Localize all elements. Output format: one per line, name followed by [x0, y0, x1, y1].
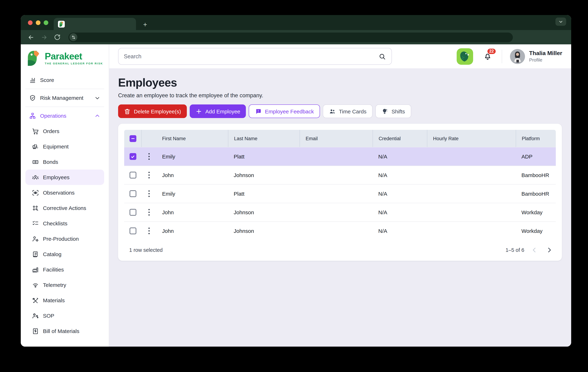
sidebar-item-telemetry[interactable]: Telemetry: [25, 277, 104, 293]
table-row[interactable]: John Johnson N/A Workday: [124, 203, 556, 221]
column-header-platform[interactable]: Platform: [516, 130, 556, 147]
row-menu-button[interactable]: [141, 185, 156, 203]
cell-email: [300, 147, 373, 165]
shifts-button[interactable]: Shifts: [375, 104, 411, 118]
table-row[interactable]: Emily Platt N/A ADP: [124, 147, 556, 165]
address-bar[interactable]: [68, 32, 513, 42]
row-checkbox[interactable]: [129, 209, 136, 216]
pagination: 1–5 of 6: [505, 245, 556, 255]
row-checkbox[interactable]: [129, 190, 136, 197]
sidebar-item-pre-production[interactable]: Pre-Production: [25, 231, 104, 247]
notification-badge: 22: [487, 49, 496, 54]
table-footer: 1 row selected 1–5 of 6: [124, 240, 556, 260]
cell-hourly-rate: [427, 222, 516, 240]
table-row[interactable]: John Johnson N/A BambooHR: [124, 165, 556, 184]
sidebar-item-checklists[interactable]: Checklists: [25, 216, 104, 231]
brand-text: Parakeet THE GENERAL LEDGER FOR RISK: [45, 52, 103, 65]
browser-tab[interactable]: [54, 18, 136, 30]
sidebar-item-label: Telemetry: [43, 282, 66, 288]
table-row[interactable]: John Johnson N/A Workday: [124, 221, 556, 240]
row-menu-button[interactable]: [141, 203, 156, 221]
column-header-email[interactable]: Email: [300, 130, 373, 147]
column-header-credential[interactable]: Credential: [373, 130, 427, 147]
row-checkbox[interactable]: [129, 153, 136, 160]
time-cards-button[interactable]: Time Cards: [323, 104, 373, 118]
maximize-window-button[interactable]: [44, 21, 48, 25]
sidebar-item-label: Pre-Production: [43, 236, 79, 242]
employee-feedback-label: Employee Feedback: [265, 108, 314, 114]
people-icon: [329, 108, 336, 115]
kebab-icon: [148, 171, 150, 179]
browser-toolbar: [21, 30, 571, 44]
list-checks-icon: [32, 220, 39, 227]
sidebar-item-employees[interactable]: Employees: [25, 170, 104, 185]
cell-last-name: Johnson: [228, 222, 300, 240]
user-role: Profile: [529, 57, 562, 62]
employee-feedback-button[interactable]: Employee Feedback: [249, 104, 320, 118]
sidebar-item-facilities[interactable]: Facilities: [25, 262, 104, 277]
cell-first-name: Emily: [156, 147, 228, 165]
table-row[interactable]: Emily Platt N/A BambooHR: [124, 184, 556, 203]
sidebar-item-corrective-actions[interactable]: Corrective Actions: [25, 200, 104, 216]
sidebar-item-equipment[interactable]: Equipment: [25, 139, 104, 154]
avatar[interactable]: [510, 49, 525, 64]
select-all-checkbox[interactable]: [129, 135, 136, 142]
sidebar-item-materials[interactable]: Materials: [25, 293, 104, 308]
add-employee-button[interactable]: Add Employee: [189, 104, 246, 118]
search-input[interactable]: [124, 53, 378, 60]
tab-search-chevron-button[interactable]: [556, 18, 566, 26]
row-menu-button[interactable]: [141, 166, 156, 184]
page-content: Employees Create an employee to track th…: [109, 68, 571, 347]
next-page-button[interactable]: [544, 245, 554, 255]
cell-last-name: Johnson: [228, 203, 300, 221]
sidebar-item-bonds[interactable]: Bonds: [25, 154, 104, 170]
screen: +: [0, 0, 588, 372]
reload-button[interactable]: [54, 34, 61, 41]
cell-hourly-rate: [427, 147, 516, 165]
profile-button[interactable]: Thalia Miller Profile: [529, 50, 562, 62]
cell-hourly-rate: [427, 166, 516, 184]
row-checkbox[interactable]: [129, 172, 136, 178]
cell-first-name: John: [156, 222, 228, 240]
action-bar: Delete Employee(s) Add Employee Employee…: [118, 104, 562, 118]
notifications-button[interactable]: 22: [483, 52, 492, 61]
forward-button[interactable]: [41, 34, 48, 41]
sidebar-item-bill-of-materials[interactable]: Bill of Materials: [25, 323, 104, 339]
bar-chart-icon: [29, 76, 36, 83]
delete-employees-button[interactable]: Delete Employee(s): [118, 104, 187, 118]
parakeet-app-icon[interactable]: [456, 48, 473, 65]
previous-page-button[interactable]: [529, 245, 539, 255]
kebab-icon: [148, 208, 150, 216]
forklift-icon: [32, 143, 39, 150]
column-header-hourly-rate[interactable]: Hourly Rate: [427, 130, 516, 147]
sidebar-item-score[interactable]: Score: [25, 72, 104, 88]
sidebar-item-observations[interactable]: Observations: [25, 185, 104, 200]
sidebar-item-label: Materials: [43, 297, 65, 303]
column-header-first-name[interactable]: First Name: [156, 130, 228, 147]
row-checkbox[interactable]: [129, 227, 136, 234]
column-header-last-name[interactable]: Last Name: [228, 130, 300, 147]
cell-last-name: Johnson: [228, 166, 300, 184]
sidebar-item-catalog[interactable]: Catalog: [25, 247, 104, 262]
back-button[interactable]: [27, 34, 34, 41]
cell-first-name: John: [156, 166, 228, 184]
sidebar-item-sop[interactable]: SOP: [25, 308, 104, 323]
close-window-button[interactable]: [28, 21, 32, 25]
site-settings-button[interactable]: [69, 33, 77, 41]
row-menu-button[interactable]: [141, 147, 156, 165]
parakeet-logo[interactable]: Parakeet THE GENERAL LEDGER FOR RISK: [21, 44, 109, 69]
cell-credential: N/A: [373, 222, 427, 240]
time-cards-label: Time Cards: [339, 108, 367, 114]
kebab-icon: [148, 227, 150, 235]
cell-hourly-rate: [427, 203, 516, 221]
browser-window: +: [21, 15, 571, 347]
minimize-window-button[interactable]: [36, 21, 41, 25]
search-bar[interactable]: [118, 48, 392, 65]
add-employee-label: Add Employee: [205, 108, 240, 114]
row-menu-button[interactable]: [141, 222, 156, 240]
sidebar-item-orders[interactable]: Orders: [25, 124, 104, 139]
sidebar-item-risk-management[interactable]: Risk Management: [25, 90, 104, 105]
new-tab-button[interactable]: +: [143, 21, 147, 28]
chevron-right-icon: [546, 246, 553, 254]
sidebar-item-operations[interactable]: Operations: [25, 108, 104, 124]
